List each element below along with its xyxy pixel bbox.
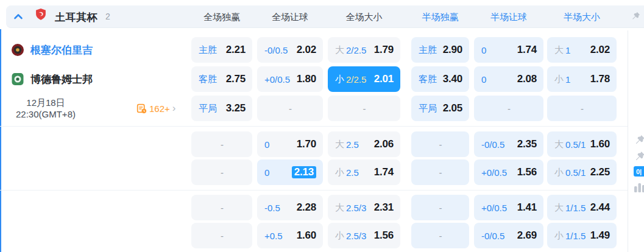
odds-cell[interactable]: 小1/1.51.49: [547, 223, 617, 248]
odds-cell[interactable]: -0/0.52.02: [257, 37, 323, 63]
odds-cell[interactable]: 平局2.05: [411, 96, 469, 121]
more-markets-link[interactable]: 162+ ›: [136, 96, 175, 121]
bet-option: 小2/2.5: [335, 74, 366, 85]
odds-cell[interactable]: +0/0.51.80: [257, 66, 323, 92]
handicap-line: 2.5/3: [346, 231, 366, 241]
handicap-line: 2.5: [346, 139, 359, 150]
away-team-row[interactable]: 博德鲁姆士邦: [11, 66, 93, 92]
bar-chart-icon[interactable]: [634, 181, 644, 192]
odds-value: 2.13: [292, 166, 316, 178]
odds-value: 2.75: [226, 73, 246, 85]
odds-cell[interactable]: 平局3.25: [191, 96, 252, 121]
ou-prefix: 大: [335, 44, 344, 56]
pushpin-icon[interactable]: [634, 150, 644, 163]
pushpin-icon[interactable]: [634, 134, 644, 146]
odds-cell[interactable]: +0/0.51.56: [474, 159, 543, 185]
odds-value: 2.35: [517, 138, 537, 150]
odds-cell[interactable]: 客胜3.40: [411, 66, 469, 92]
odds-cell[interactable]: +0/0.51.41: [474, 195, 543, 220]
odds-value: 2.02: [590, 44, 610, 56]
column-header-fulltime-overunder: 全场大小: [328, 12, 400, 23]
bet-label: 客胜: [419, 74, 437, 85]
no-odds-dash: -: [439, 139, 442, 150]
odds-cell[interactable]: -0.52.28: [257, 195, 323, 220]
odds-cell[interactable]: +0.51.60: [257, 223, 323, 248]
odds-cell[interactable]: 大12.02: [547, 37, 617, 63]
odds-cell[interactable]: 大1/1.52.44: [547, 195, 617, 220]
bet-option: 主胜: [199, 44, 217, 56]
odds-cell[interactable]: 02.08: [474, 66, 543, 92]
handicap-line: 2.5: [346, 167, 359, 178]
odds-value: 1.49: [590, 229, 610, 242]
collapse-chevron-up-icon[interactable]: [12, 10, 24, 23]
league-match-count: 2: [105, 12, 110, 21]
bet-option: -0/0.5: [481, 139, 504, 150]
bet-option: 大2.5/3: [335, 202, 366, 214]
bet-option: +0/0.5: [264, 74, 290, 85]
bet-option: +0.5: [264, 231, 283, 241]
odds-cell-empty: -: [257, 96, 323, 121]
no-odds-dash: -: [221, 167, 224, 178]
handicap-line: 2/2.5: [346, 45, 366, 55]
handicap-line: +0/0.5: [264, 74, 290, 85]
odds-cell[interactable]: 大2.5/32.31: [328, 195, 400, 220]
handicap-line: 0.5/1: [565, 139, 586, 150]
odds-cell-empty: -: [474, 96, 543, 121]
odds-value: 1.79: [374, 44, 394, 56]
odds-cell[interactable]: -0/0.52.69: [474, 223, 543, 248]
odds-cell[interactable]: 01.74: [474, 37, 543, 63]
handicap-line: 2.5/3: [346, 203, 366, 213]
ou-prefix: 小: [554, 230, 564, 242]
odds-cell[interactable]: 主胜2.90: [411, 37, 469, 63]
odds-cell[interactable]: 小2.5/31.56: [328, 223, 400, 248]
column-header-fulltime-1x2: 全场独赢: [191, 12, 252, 23]
bet-option: 小1/1.5: [554, 230, 586, 242]
league-name: 土耳其杯: [55, 10, 97, 24]
away-team-name: 博德鲁姆士邦: [30, 72, 93, 86]
odds-cell[interactable]: 大2.52.06: [328, 131, 400, 157]
odds-value: 2.08: [517, 73, 537, 85]
odds-format-badge[interactable]: 0|: [634, 166, 644, 177]
odds-cell[interactable]: 小2/2.52.01: [328, 66, 400, 92]
handicap-line: 0.5/1: [565, 167, 586, 178]
odds-cell[interactable]: 主胜2.21: [191, 37, 252, 63]
no-odds-dash: -: [439, 231, 442, 241]
odds-cell[interactable]: 小2.51.74: [328, 159, 400, 185]
home-team-row[interactable]: 根塞尔伯里吉: [11, 37, 93, 63]
odds-value: 1.60: [590, 138, 610, 150]
odds-cell[interactable]: 小11.78: [547, 66, 617, 92]
odds-value: 2.69: [517, 229, 537, 242]
ou-prefix: 小: [335, 74, 344, 85]
odds-cell-empty: -: [328, 96, 400, 121]
odds-cell[interactable]: 01.70: [257, 131, 323, 157]
odds-cell[interactable]: 02.13: [257, 159, 323, 185]
bet-option: 大2.5: [335, 139, 359, 150]
home-team-badge: [11, 43, 24, 57]
no-odds-dash: -: [363, 103, 366, 114]
odds-value: 2.05: [443, 102, 462, 114]
odds-cell[interactable]: 小0.5/12.25: [547, 159, 617, 185]
odds-cell[interactable]: -0/0.52.35: [474, 131, 543, 157]
odds-value: 2.31: [374, 201, 394, 214]
handicap-line: -0.5: [264, 203, 280, 213]
odds-cell[interactable]: 大2/2.51.79: [328, 37, 400, 63]
match-time: 22:30(GMT+8): [2, 108, 89, 120]
more-markets-count: 162+: [149, 103, 170, 114]
bet-option: +0/0.5: [481, 203, 507, 213]
handicap-line: 0: [264, 139, 269, 150]
no-odds-dash: -: [221, 139, 224, 150]
odds-cell-empty: -: [411, 195, 469, 220]
ou-prefix: 小: [554, 167, 564, 178]
bet-option: 0: [481, 45, 486, 55]
handicap-line: -0/0.5: [481, 139, 504, 150]
bet-label: 客胜: [199, 74, 217, 85]
no-odds-dash: -: [221, 203, 224, 213]
odds-cell[interactable]: 客胜2.75: [191, 66, 252, 92]
column-header-fulltime-handicap: 全场让球: [257, 12, 323, 23]
odds-cell[interactable]: 大0.5/11.60: [547, 131, 617, 157]
handicap-line: +0.5: [264, 231, 283, 241]
section-divider: [0, 190, 628, 191]
column-header-halftime-overunder: 半场大小: [547, 12, 617, 23]
away-team-badge: [11, 72, 24, 86]
pushpin-icon[interactable]: [631, 11, 641, 21]
